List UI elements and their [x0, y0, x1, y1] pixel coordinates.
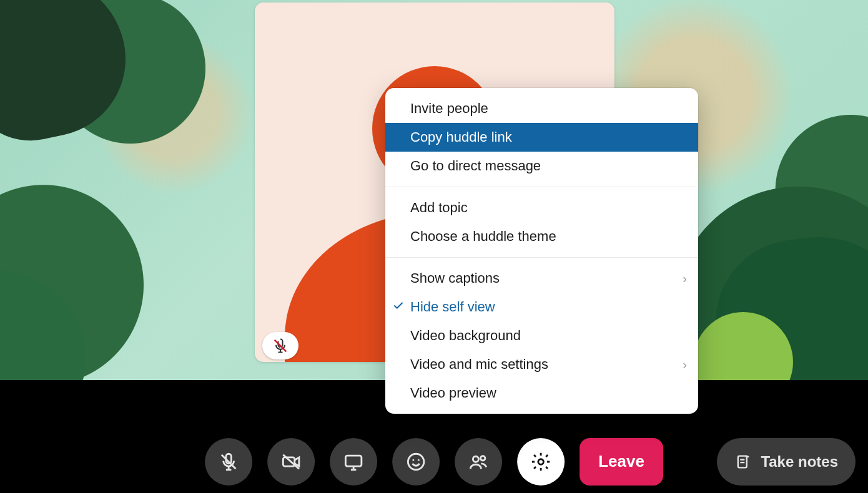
- screen-icon: [343, 451, 364, 472]
- menu-item-label: Video background: [410, 328, 521, 344]
- svg-rect-5: [345, 456, 362, 466]
- menu-item-video-background[interactable]: Video background: [385, 321, 698, 350]
- share-screen-button[interactable]: [330, 438, 377, 486]
- svg-point-11: [538, 459, 544, 464]
- menu-item-label: Add topic: [410, 200, 468, 216]
- take-notes-button[interactable]: Take notes: [717, 438, 856, 486]
- emoji-icon: [405, 451, 427, 472]
- mic-toggle-button[interactable]: [205, 438, 252, 486]
- menu-item-label: Video preview: [410, 385, 496, 401]
- mic-muted-chip[interactable]: [262, 332, 298, 359]
- menu-group: Add topic Choose a huddle theme: [385, 187, 698, 257]
- menu-item-invite-people[interactable]: Invite people: [385, 94, 698, 123]
- mic-off-icon: [272, 337, 289, 354]
- people-icon: [468, 451, 489, 472]
- menu-item-show-captions[interactable]: Show captions ›: [385, 264, 698, 293]
- chevron-right-icon: ›: [683, 271, 687, 286]
- camera-toggle-button[interactable]: [267, 438, 315, 486]
- menu-group: Invite people Copy huddle link Go to dir…: [385, 88, 698, 187]
- menu-item-label: Copy huddle link: [410, 129, 512, 145]
- huddle-toolbar: Leave Take notes: [0, 430, 868, 493]
- menu-item-label: Hide self view: [410, 299, 495, 315]
- settings-menu: Invite people Copy huddle link Go to dir…: [385, 88, 698, 414]
- svg-point-10: [481, 456, 485, 460]
- settings-button[interactable]: [517, 438, 565, 486]
- chevron-right-icon: ›: [683, 358, 687, 372]
- leave-button[interactable]: Leave: [579, 438, 663, 486]
- menu-item-choose-theme[interactable]: Choose a huddle theme: [385, 222, 698, 251]
- mic-off-icon: [218, 451, 239, 472]
- menu-item-hide-self-view[interactable]: Hide self view: [385, 293, 698, 321]
- check-icon: [393, 299, 404, 315]
- svg-point-9: [473, 456, 478, 462]
- svg-point-7: [412, 459, 414, 461]
- menu-item-add-topic[interactable]: Add topic: [385, 193, 698, 222]
- menu-item-label: Show captions: [410, 270, 500, 286]
- menu-item-go-to-dm[interactable]: Go to direct message: [385, 152, 698, 180]
- people-button[interactable]: [455, 438, 502, 486]
- decor-leaf: [0, 0, 140, 152]
- menu-item-av-settings[interactable]: Video and mic settings ›: [385, 350, 698, 379]
- menu-item-label: Go to direct message: [410, 158, 541, 174]
- menu-item-label: Choose a huddle theme: [410, 228, 556, 245]
- svg-point-8: [418, 459, 420, 461]
- menu-item-label: Invite people: [410, 100, 488, 117]
- menu-item-video-preview[interactable]: Video preview: [385, 379, 698, 408]
- menu-group: Show captions › Hide self view Video bac…: [385, 258, 698, 414]
- svg-point-6: [408, 454, 424, 470]
- camera-off-icon: [280, 451, 302, 472]
- react-button[interactable]: [392, 438, 440, 486]
- notes-icon: [734, 453, 752, 471]
- gear-icon: [530, 451, 551, 472]
- menu-item-label: Video and mic settings: [410, 356, 548, 373]
- menu-item-copy-huddle-link[interactable]: Copy huddle link: [385, 123, 698, 152]
- take-notes-label: Take notes: [761, 453, 838, 471]
